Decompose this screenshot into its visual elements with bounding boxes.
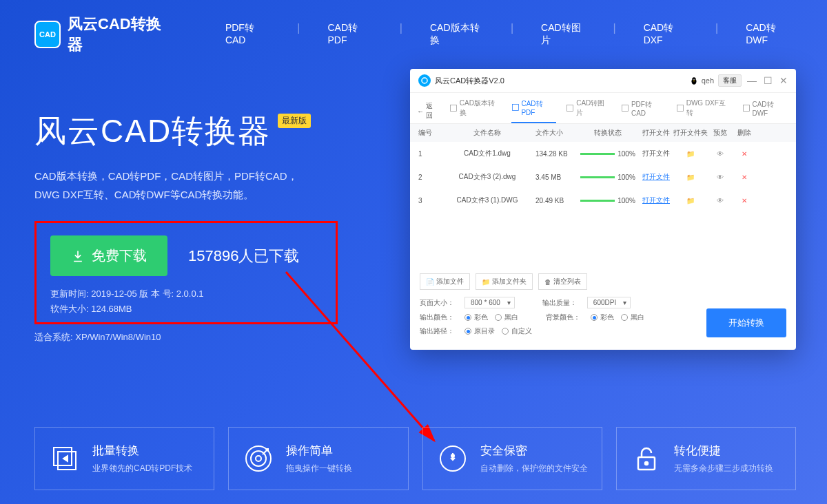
feature-title: 批量转换 [92, 443, 192, 459]
svg-rect-8 [512, 105, 518, 111]
size-line: 软件大小: 124.68MB [50, 302, 322, 317]
out-color-color[interactable]: 彩色 [464, 313, 488, 322]
download-button[interactable]: 免费下载 [50, 235, 167, 276]
nav-cad-to-pdf[interactable]: CAD转PDF [327, 22, 371, 47]
tab-dwg-dxf[interactable]: DWG DXF互转 [676, 98, 733, 123]
logo[interactable]: CAD 风云CAD转换器 [34, 14, 170, 55]
feature-desc: 自动删除，保护您的文件安全 [480, 463, 588, 474]
open-file-link[interactable]: 打开文件 [642, 173, 670, 180]
start-convert-button[interactable]: 开始转换 [706, 308, 786, 337]
svg-rect-7 [450, 105, 456, 112]
delete-icon[interactable]: ✕ [732, 174, 756, 181]
header: CAD 风云CAD转换器 PDF转CAD| CAD转PDF| CAD版本转换| … [0, 0, 827, 55]
svg-rect-11 [677, 105, 683, 112]
app-title: 风云CAD转换器V2.0 [435, 76, 689, 86]
add-folder-button[interactable]: 📁 添加文件夹 [476, 273, 533, 290]
latest-badge: 最新版 [278, 114, 311, 128]
feature-desc: 业界领先的CAD转PDF技术 [92, 463, 192, 474]
dpi-select[interactable]: 600DPI [587, 297, 631, 308]
folder-icon[interactable]: 📁 [673, 174, 708, 181]
download-label: 免费下载 [92, 246, 147, 265]
feature-batch: 批量转换 业界领先的CAD转PDF技术 [34, 427, 214, 490]
subtitle-line1: CAD版本转换，CAD转PDF，CAD转图片，PDF转CAD， [34, 167, 338, 185]
nav-bar: PDF转CAD| CAD转PDF| CAD版本转换| CAD转图片| CAD转D… [225, 22, 793, 47]
svg-rect-10 [622, 105, 628, 112]
close-icon[interactable]: ✕ [779, 75, 788, 86]
table-header: 编号 文件名称 文件大小 转换状态 打开文件 打开文件夹 预览 删除 [410, 124, 796, 142]
svg-rect-12 [743, 105, 749, 112]
col-status: 转换状态 [577, 128, 639, 138]
svg-point-1 [422, 78, 427, 83]
meta-info: 更新时间: 2019-12-05 版 本 号: 2.0.0.1 软件大小: 12… [50, 286, 322, 317]
col-size: 文件大小 [535, 128, 577, 138]
dpi-label: 输出质量： [542, 298, 580, 308]
feature-title: 操作简单 [286, 443, 352, 459]
nav-pdf-to-cad[interactable]: PDF转CAD [225, 22, 269, 47]
features-row: 批量转换 业界领先的CAD转PDF技术 操作简单 拖曳操作一键转换 安全保密 自… [34, 427, 796, 490]
bg-color-bw[interactable]: 黑白 [621, 313, 644, 322]
feature-desc: 拖曳操作一键转换 [286, 463, 352, 474]
feature-desc: 无需多余步骤三步成功转换 [674, 463, 773, 474]
subtitle-line2: DWG DXF互转、CAD转DWF等CAD转换功能。 [34, 185, 338, 204]
app-logo-icon [418, 74, 431, 87]
out-color-label: 输出颜色： [420, 313, 458, 322]
tab-cad-dwf[interactable]: CAD转DWF [742, 100, 790, 123]
nav-cad-to-dxf[interactable]: CAD转DXF [644, 22, 688, 47]
feature-fast: 转化便捷 无需多余步骤三步成功转换 [616, 427, 796, 490]
col-folder: 打开文件夹 [673, 128, 708, 138]
app-titlebar: 风云CAD转换器V2.0 qeh 客服 — ☐ ✕ [410, 69, 796, 93]
svg-point-4 [693, 78, 693, 80]
nav-cad-to-dwf[interactable]: CAD转DWF [746, 22, 793, 47]
nav-cad-version[interactable]: CAD版本转换 [430, 22, 483, 47]
lock-icon [629, 441, 664, 476]
feature-title: 安全保密 [480, 443, 588, 459]
maximize-icon[interactable]: ☐ [764, 75, 773, 86]
page-size-label: 页面大小： [420, 298, 458, 308]
target-icon [241, 441, 276, 476]
tab-cad-pdf[interactable]: CAD转PDF [511, 99, 557, 123]
folder-icon[interactable]: 📁 [673, 150, 708, 158]
logo-icon: CAD [34, 21, 61, 48]
svg-rect-9 [567, 105, 573, 112]
out-path-custom[interactable]: 自定义 [502, 326, 532, 336]
add-file-button[interactable]: 📄 添加文件 [420, 273, 470, 290]
download-count: 157896人已下载 [188, 246, 299, 266]
page-size-select[interactable]: 800 * 600 [464, 297, 515, 308]
customer-service-button[interactable]: 客服 [718, 74, 742, 87]
open-file-link[interactable]: 打开文件 [642, 196, 670, 204]
highlight-box: 免费下载 157896人已下载 更新时间: 2019-12-05 版 本 号: … [34, 221, 338, 324]
svg-point-17 [256, 456, 261, 461]
out-path-label: 输出路径： [420, 326, 458, 336]
table-row: 3CAD文件3 (1).DWG20.49 KB100%打开文件📁👁✕ [410, 189, 796, 212]
tab-version[interactable]: CAD版本转换 [449, 98, 502, 123]
delete-icon[interactable]: ✕ [732, 150, 756, 158]
table-row: 2CAD文件3 (2).dwg3.45 MB100%打开文件📁👁✕ [410, 165, 796, 189]
preview-icon[interactable]: 👁 [708, 150, 732, 158]
feature-title: 转化便捷 [674, 443, 773, 459]
open-file-link[interactable]: 打开文件 [642, 149, 670, 157]
svg-rect-13 [54, 448, 72, 465]
tab-pdf-cad[interactable]: PDF转CAD [621, 100, 666, 123]
back-button[interactable]: ← 返回 [417, 101, 440, 120]
qq-icon [689, 76, 699, 85]
svg-point-21 [645, 462, 648, 465]
download-icon [71, 249, 85, 263]
svg-point-19 [451, 454, 454, 457]
delete-icon[interactable]: ✕ [732, 197, 756, 204]
folder-icon[interactable]: 📁 [673, 197, 708, 204]
feature-easy: 操作简单 拖曳操作一键转换 [228, 427, 408, 490]
nav-cad-to-image[interactable]: CAD转图片 [541, 22, 585, 47]
minimize-icon[interactable]: — [747, 75, 757, 86]
svg-point-6 [693, 81, 694, 81]
bg-color-color[interactable]: 彩色 [591, 313, 614, 322]
tab-cad-image[interactable]: CAD转图片 [566, 98, 611, 123]
clear-list-button[interactable]: 🗑 清空列表 [538, 273, 587, 290]
preview-icon[interactable]: 👁 [708, 174, 732, 181]
out-path-orig[interactable]: 原目录 [464, 326, 495, 336]
system-requirement: 适合系统: XP/Win7/Win8/Win10 [34, 331, 338, 344]
user-name: qeh [702, 76, 714, 85]
preview-icon[interactable]: 👁 [708, 197, 732, 204]
out-color-bw[interactable]: 黑白 [495, 313, 518, 322]
table-row: 1CAD文件1.dwg134.28 KB100%打开文件📁👁✕ [410, 142, 796, 165]
logo-text: 风云CAD转换器 [68, 14, 170, 55]
